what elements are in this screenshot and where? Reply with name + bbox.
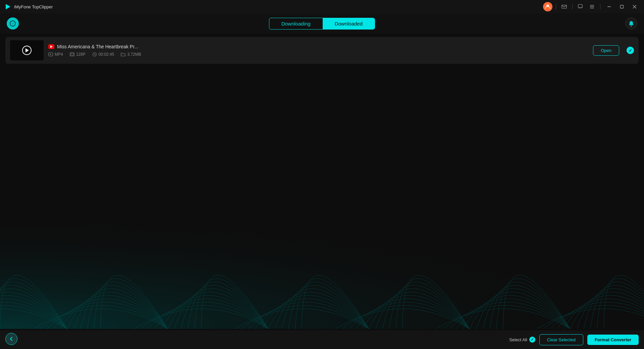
video-title: Miss Americana & The Heartbreak Pr... xyxy=(57,44,138,49)
svg-rect-2 xyxy=(562,5,567,8)
format-converter-button[interactable]: Format Converter xyxy=(587,335,639,345)
svg-point-13 xyxy=(631,26,632,27)
select-all-label: Select All xyxy=(509,337,527,342)
svg-marker-0 xyxy=(6,4,10,9)
mail-icon[interactable] xyxy=(559,2,569,11)
close-button[interactable] xyxy=(629,2,640,11)
menu-icon[interactable] xyxy=(587,2,597,11)
format-icon xyxy=(48,52,53,57)
tab-downloading[interactable]: Downloading xyxy=(269,18,323,29)
youtube-icon xyxy=(48,44,54,49)
divider-2 xyxy=(572,4,573,9)
open-button[interactable]: Open xyxy=(593,45,619,56)
play-triangle-icon xyxy=(25,48,29,52)
user-avatar[interactable] xyxy=(543,2,552,11)
meta-size: 3.72MB xyxy=(121,52,141,57)
clear-selected-button[interactable]: Clear Selected xyxy=(539,334,583,345)
meta-format: MP4 xyxy=(48,52,63,57)
clock-icon xyxy=(92,52,97,57)
video-meta: MP4 128P 00:02:45 xyxy=(48,52,588,57)
select-all-check[interactable]: ✓ xyxy=(529,337,535,343)
minimize-button[interactable] xyxy=(604,2,614,11)
svg-rect-8 xyxy=(621,5,624,8)
folder-icon xyxy=(121,52,125,57)
wave-decoration xyxy=(0,215,644,329)
app-title: iMyFone TopClipper xyxy=(14,4,53,9)
app-logo-icon xyxy=(4,3,11,10)
meta-resolution: 128P xyxy=(70,52,86,57)
tab-group: Downloading Downloaded xyxy=(269,18,375,30)
tab-downloaded[interactable]: Downloaded xyxy=(323,18,375,29)
divider-1 xyxy=(556,4,556,9)
svg-rect-21 xyxy=(0,215,644,329)
svg-marker-15 xyxy=(50,54,51,55)
youtube-play-icon xyxy=(50,45,53,48)
resolution-icon xyxy=(70,52,74,57)
meta-duration: 00:02:45 xyxy=(92,52,114,57)
bottom-bar: Select All ✓ Clear Selected Format Conve… xyxy=(0,330,644,349)
video-card: Miss Americana & The Heartbreak Pr... MP… xyxy=(5,37,639,64)
titlebar-left: iMyFone TopClipper xyxy=(4,3,53,10)
restore-button[interactable] xyxy=(616,2,627,11)
notification-icon[interactable] xyxy=(625,17,637,30)
video-title-row: Miss Americana & The Heartbreak Pr... xyxy=(48,44,588,49)
back-button[interactable] xyxy=(5,333,17,345)
divider-3 xyxy=(600,4,600,9)
select-all-area[interactable]: Select All ✓ xyxy=(509,337,535,343)
svg-rect-3 xyxy=(578,4,582,8)
titlebar-right xyxy=(543,2,640,11)
downloaded-check-icon: ✓ xyxy=(627,47,634,54)
titlebar: iMyFone TopClipper xyxy=(0,0,644,13)
left-icon-button[interactable] xyxy=(7,17,19,30)
svg-point-12 xyxy=(12,23,13,24)
svg-rect-17 xyxy=(71,53,73,55)
play-button[interactable] xyxy=(22,46,32,55)
video-thumbnail[interactable] xyxy=(10,40,44,60)
chat-icon[interactable] xyxy=(576,2,585,11)
wave-svg xyxy=(0,215,644,329)
content-area: Miss Americana & The Heartbreak Pr... MP… xyxy=(0,34,644,70)
video-info: Miss Americana & The Heartbreak Pr... MP… xyxy=(48,44,588,57)
back-arrow-icon xyxy=(9,336,14,342)
svg-line-20 xyxy=(95,54,96,55)
top-bar: Downloading Downloaded xyxy=(0,13,644,34)
